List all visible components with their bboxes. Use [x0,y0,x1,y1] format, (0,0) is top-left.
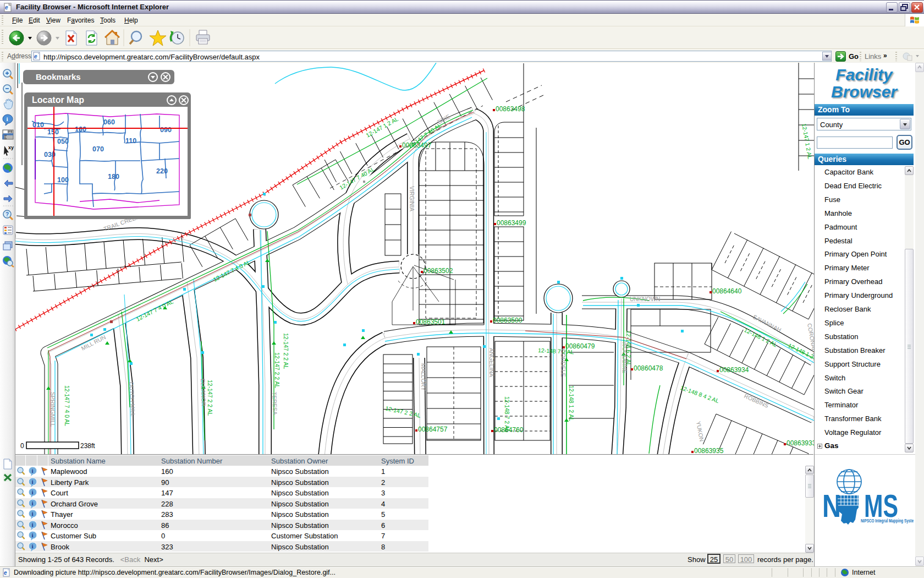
svg-text:VIRGINIA: VIRGINIA [409,186,415,211]
svg-text:12-148 1 2 AL: 12-148 1 2 AL [568,385,575,422]
svg-text:i: i [32,500,34,506]
svg-text:12-147 2 2 AL: 12-147 2 2 AL [207,380,213,416]
svg-text:12-147 7 4 0 AL: 12-147 7 4 0 AL [64,385,70,426]
svg-text:00860478: 00860478 [634,364,663,372]
svg-text:xy: xy [8,145,14,150]
svg-text:220: 220 [156,167,168,175]
svg-text:CORDELE: CORDELE [560,349,566,377]
svg-text:i: i [32,510,34,517]
svg-text:ELEANOR: ELEANOR [200,379,207,407]
svg-text:0: 0 [20,442,24,450]
svg-text:12-148 7 2 AL: 12-148 7 2 AL [504,396,510,433]
svg-text:00863500: 00863500 [493,317,522,324]
svg-text:110: 110 [125,137,136,145]
svg-text:00863499: 00863499 [497,219,526,227]
svg-text:i: i [32,478,34,485]
svg-text:WOODBINE: WOODBINE [622,341,628,373]
svg-text:090: 090 [160,126,172,134]
svg-text:e: e [34,53,37,59]
svg-text:i: i [32,489,34,495]
svg-text:i: i [32,543,34,549]
svg-text:NIPSCO Integral Mapping Syste: NIPSCO Integral Mapping Syste [861,518,914,524]
svg-text:00863935: 00863935 [694,447,724,454]
svg-text:050: 050 [57,138,69,145]
svg-text:TERESA: TERESA [271,392,278,415]
svg-text:UNKNOWN: UNKNOWN [630,296,660,302]
svg-text:00863498: 00863498 [496,105,525,113]
svg-text:SPRINGMILL: SPRINGMILL [50,392,56,427]
svg-text:i: i [32,467,34,474]
svg-text:12-147 2 2 AL: 12-147 2 2 AL [274,352,280,389]
svg-text:180: 180 [108,173,119,181]
svg-text:060: 060 [103,118,115,126]
svg-text:010: 010 [32,121,44,129]
svg-text:i: i [32,532,34,538]
svg-text:i: i [7,116,8,122]
svg-text:i: i [32,521,34,528]
svg-text:00863501: 00863501 [416,318,446,326]
svg-text:MALLORY: MALLORY [420,363,427,391]
svg-text:ANGELINA: ANGELINA [488,348,495,377]
svg-text:150: 150 [47,128,59,136]
svg-text:00863502: 00863502 [424,267,453,275]
svg-text:e: e [4,570,7,576]
svg-text:160: 160 [75,126,86,133]
svg-text:00864640: 00864640 [712,287,742,295]
svg-text:00864757: 00864757 [418,426,448,433]
svg-text:12-147 2 2 AL: 12-147 2 2 AL [283,333,289,369]
svg-text:238ft: 238ft [80,442,95,450]
svg-text:00863934: 00863934 [719,366,749,374]
svg-text:100: 100 [57,176,69,184]
svg-text:070: 070 [92,145,104,153]
svg-text:?: ? [6,211,9,217]
svg-text:00863933: 00863933 [787,439,814,447]
